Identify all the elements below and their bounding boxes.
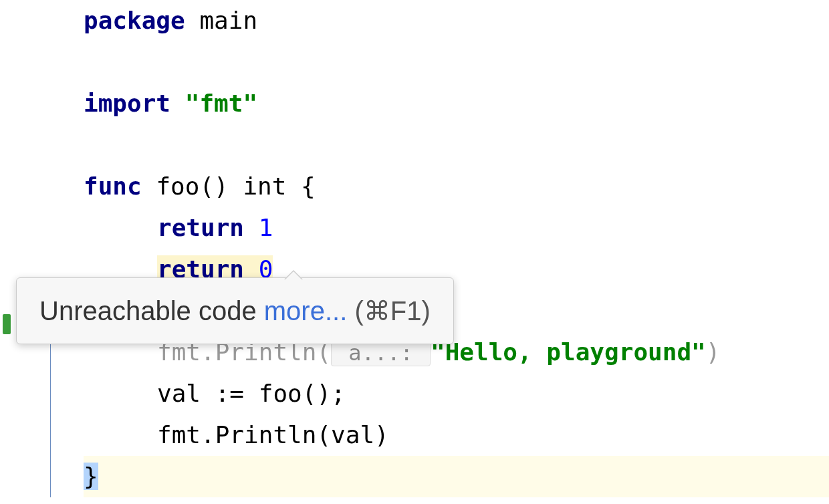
- keyword-import: import: [84, 90, 170, 117]
- code-line[interactable]: func foo() int {: [84, 166, 829, 207]
- tooltip-more-link[interactable]: more...: [264, 296, 347, 326]
- code-line-blank[interactable]: [84, 124, 829, 166]
- keyword-func: func: [84, 172, 142, 200]
- code-line[interactable]: package main: [84, 0, 829, 41]
- gutter-change-marker: [3, 314, 11, 334]
- code-line[interactable]: val := foo();: [84, 373, 829, 414]
- tooltip-message: Unreachable code: [39, 296, 264, 326]
- code-line-current[interactable]: }: [84, 456, 829, 497]
- inspection-tooltip[interactable]: Unreachable code more... (⌘F1): [16, 277, 454, 344]
- code-line[interactable]: return 1: [84, 207, 829, 249]
- space: [170, 90, 185, 117]
- close-paren: ): [706, 338, 721, 366]
- code-line[interactable]: import "fmt": [84, 83, 829, 124]
- space: [244, 214, 259, 241]
- number-literal: 1: [259, 214, 273, 241]
- string-hello: "Hello, playground": [431, 338, 706, 366]
- keyword-package: package: [84, 7, 185, 34]
- code-editor[interactable]: package main import "fmt" func foo() int…: [0, 0, 829, 497]
- fmt-println-val: fmt.Println(val): [157, 421, 389, 449]
- code-line[interactable]: fmt.Println(val): [84, 414, 829, 456]
- func-signature: foo() int {: [142, 172, 316, 200]
- tooltip-shortcut: (⌘F1): [347, 296, 430, 326]
- close-brace-selected: }: [84, 463, 98, 490]
- val-assignment: val := foo();: [157, 380, 346, 407]
- code-line-blank[interactable]: [84, 41, 829, 83]
- string-fmt: "fmt": [185, 90, 257, 117]
- keyword-return: return: [157, 214, 244, 241]
- identifier-main: main: [185, 7, 257, 34]
- gutter-guide: [50, 318, 51, 497]
